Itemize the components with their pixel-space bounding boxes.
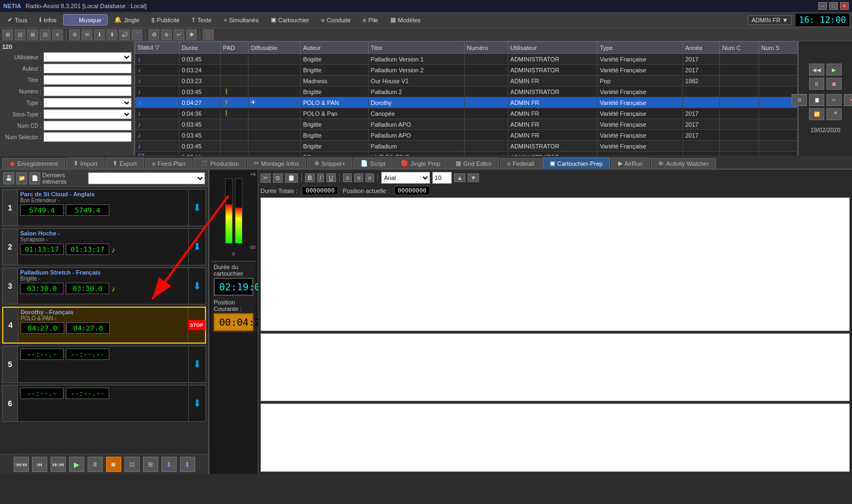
results-scroll[interactable]: Statut ▽ Durée PAD Diffusable Auteur Tit… xyxy=(135,41,798,155)
tab-montage-infos[interactable]: ✂ Montage Infos xyxy=(247,158,306,169)
pause-button[interactable]: ⏸ xyxy=(809,78,824,90)
tb-icon-6[interactable]: ⚙ xyxy=(69,29,80,40)
loop-btn[interactable]: 🔁 xyxy=(809,108,824,120)
th-titre[interactable]: Titre xyxy=(368,42,464,54)
tb-icon-2[interactable]: ⊟ xyxy=(15,29,26,40)
admin-badge[interactable]: ADMIN FR ▼ xyxy=(748,15,792,25)
auteur-input[interactable] xyxy=(43,64,132,73)
th-numero[interactable]: Numéro xyxy=(464,42,508,54)
utilisateur-select[interactable] xyxy=(43,52,132,62)
table-row[interactable]: ♪ 0:03:45 Brigitte Palladium Version 1 A… xyxy=(135,54,798,65)
tb-icon-5[interactable]: ≡ xyxy=(52,29,63,40)
tb-icon-13[interactable]: ⊕ xyxy=(161,29,172,40)
ctrl-play[interactable]: ▶ xyxy=(69,457,84,472)
menu-infos[interactable]: ℹ Infos xyxy=(34,15,62,25)
ctrl-prev[interactable]: ⏮ xyxy=(32,457,47,472)
sous-type-select[interactable] xyxy=(43,109,132,119)
table-row[interactable]: ♪ 0:03:24 Brigitte Palladium Version 2 A… xyxy=(135,65,798,76)
menu-jingle[interactable]: 🔔 Jingle xyxy=(109,15,145,25)
table-row[interactable]: ♪ 0:03:45 🚶 Brigitte Palladium 2 ADMINIS… xyxy=(135,86,798,97)
cart-action[interactable]: ⬇ xyxy=(188,346,206,382)
type-select[interactable] xyxy=(43,98,132,108)
cart-action[interactable]: ⬇ xyxy=(188,268,206,304)
ctrl-eject[interactable]: ⊡ xyxy=(125,457,140,472)
cart-action[interactable]: STOP xyxy=(188,308,205,343)
ed-align-left-btn[interactable]: ≡ xyxy=(343,173,352,182)
ctrl-stop[interactable]: ⏹ xyxy=(106,457,121,472)
minimize-button[interactable]: ─ xyxy=(818,2,827,10)
stop-button[interactable]: ⏹ xyxy=(826,78,842,90)
editor-area-1[interactable] xyxy=(260,197,850,331)
cart-item[interactable]: 2 Salon Hoche - Synapson - 01:13:17 01:1… xyxy=(2,228,206,265)
th-type[interactable]: Type xyxy=(598,42,683,54)
cart-down-icon[interactable]: ⬇ xyxy=(193,202,201,214)
tab-cartouchier-prep[interactable]: ▣ Cartouchier-Prep xyxy=(543,158,610,169)
tb-icon-11[interactable]: 🎵 xyxy=(132,29,142,40)
cart-action[interactable]: ⬇ xyxy=(188,385,206,421)
delete-btn[interactable]: ✕ xyxy=(844,94,852,106)
cart-folder-btn[interactable]: 📁 xyxy=(16,172,27,184)
cart-down-icon[interactable]: ⬇ xyxy=(193,358,201,370)
cart-action[interactable]: ⬇ xyxy=(188,190,206,226)
font-size-up-btn[interactable]: ▲ xyxy=(454,173,465,182)
table-row[interactable]: ♪ 0:04:27 🚶 ✈ POLO & PAN Dorothy ADMIN F… xyxy=(135,97,798,108)
th-diffusable[interactable]: Diffusable xyxy=(248,42,301,54)
tab-production[interactable]: 🎵 Production xyxy=(194,158,246,169)
tab-grid-editor[interactable]: ▦ Grid Editor xyxy=(449,158,499,169)
cart-save-btn[interactable]: 💾 xyxy=(3,172,14,184)
cart-item[interactable]: 1 Parc de St Cloud - Anglais Bon Entende… xyxy=(2,189,206,226)
derniers-elements-select[interactable] xyxy=(88,172,205,184)
menu-tous[interactable]: ✔ Tous xyxy=(2,15,33,25)
th-nums[interactable]: Num S xyxy=(759,42,798,54)
table-row[interactable]: ♪ 0:03:45 Brigitte Palladium ADMINISTRAT… xyxy=(135,141,798,152)
menu-conduite[interactable]: ≡ Conduite xyxy=(316,15,356,25)
th-statut[interactable]: Statut ▽ xyxy=(135,42,179,54)
ctrl-add[interactable]: ⊞ xyxy=(143,457,158,472)
tb-icon-7[interactable]: ✉ xyxy=(82,29,92,40)
menu-simultanes[interactable]: ≈ Simultanés xyxy=(218,15,264,25)
numero-input[interactable] xyxy=(43,86,132,96)
table-row[interactable]: ♪ 0:03:45 Brigitte Palladium APO ADMIN F… xyxy=(135,119,798,130)
th-pad[interactable]: PAD xyxy=(221,42,248,54)
editor-area-3[interactable] xyxy=(260,403,850,472)
ctrl-pause[interactable]: ⏸ xyxy=(88,457,103,472)
cart-new-btn[interactable]: 📄 xyxy=(29,172,40,184)
cart-action[interactable]: ⬇ xyxy=(188,229,206,265)
ed-align-center-btn[interactable]: ≡ xyxy=(354,173,363,182)
table-row[interactable]: ♪ 0:03:23 Madness Our House V1 ADMIN FR … xyxy=(135,76,798,86)
ctrl-down2[interactable]: ⬇ xyxy=(180,457,195,472)
table-row[interactable]: ♪ 0:03:45 Brigitte Palladium APO ADMIN F… xyxy=(135,130,798,141)
menu-modeles[interactable]: ▦ Modèles xyxy=(385,15,426,25)
th-annee[interactable]: Année xyxy=(683,42,720,54)
tab-jingle-prep[interactable]: 🔴 Jingle Prep xyxy=(394,158,447,169)
paste-btn[interactable]: 📋 xyxy=(809,94,824,106)
menu-texte[interactable]: T Texte xyxy=(186,15,217,25)
cart-item[interactable]: 6 --:--.- --:--.-- ⬇ xyxy=(2,385,206,422)
ed-bold-btn[interactable]: B xyxy=(305,173,315,182)
tb-icon-12[interactable]: ♻ xyxy=(148,29,159,40)
th-duree[interactable]: Durée xyxy=(179,42,221,54)
mic-btn[interactable]: 🎤 xyxy=(826,108,842,120)
tb-icon-8[interactable]: ⬇ xyxy=(94,29,105,40)
close-button[interactable]: ✕ xyxy=(840,2,849,10)
play-button[interactable]: ▶ xyxy=(826,64,842,76)
tb-icon-4[interactable]: ⊡ xyxy=(40,29,51,40)
ed-copy-btn[interactable]: ⧉ xyxy=(273,173,283,183)
th-auteur[interactable]: Auteur xyxy=(301,42,368,54)
tab-import[interactable]: ⬇ Import xyxy=(66,158,104,169)
tb-icon-15[interactable]: ✱ xyxy=(186,29,197,40)
tb-icon-14[interactable]: ↩ xyxy=(173,29,184,40)
tab-airrun[interactable]: ▶ AirRun xyxy=(611,158,650,169)
ed-align-right-btn[interactable]: ≡ xyxy=(365,173,374,182)
tab-activity-watcher[interactable]: 👁 Activity Watcher xyxy=(651,158,716,169)
tb-icon-1[interactable]: ⊞ xyxy=(2,29,13,40)
th-numc[interactable]: Num C xyxy=(720,42,759,54)
menu-musique[interactable]: 🎵 Musique xyxy=(63,14,108,26)
tb-icon-3[interactable]: ⊠ xyxy=(27,29,38,40)
cart-down-icon[interactable]: ⬇ xyxy=(193,397,201,409)
tb-icon-10[interactable]: 🔊 xyxy=(119,29,130,40)
font-size-input[interactable] xyxy=(432,172,452,184)
font-select[interactable]: Arial xyxy=(381,172,430,184)
menu-publicite[interactable]: $ Publicité xyxy=(146,15,185,25)
ctrl-next-prev[interactable]: ⏭⏮ xyxy=(51,457,66,472)
